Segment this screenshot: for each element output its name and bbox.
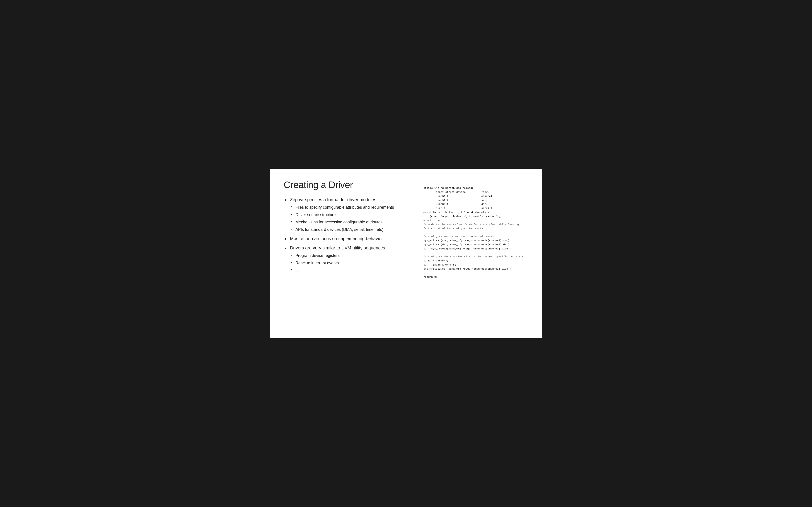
code-block: static int fw_periph_dma_reload( const s… [419, 182, 528, 287]
bullet-1: Zephyr specifies a format for driver mod… [284, 197, 410, 232]
sub-bullet-3-1: Program device registers [290, 253, 410, 259]
sub-bullet-1-3: Mechanisms for accessing configurable at… [290, 219, 410, 225]
sub-bullet-3-3: ... [290, 268, 410, 273]
bullet-2: Most effort can focus on implementing be… [284, 236, 410, 242]
bullet-3: Drivers are very similar to UVM utility … [284, 245, 410, 273]
right-panel: static int fw_periph_dma_reload( const s… [419, 179, 528, 328]
sub-bullet-1-4: APIs for standard devices (DMA, serial, … [290, 227, 410, 232]
sub-bullet-list-1: Files to specify configurable attributes… [290, 205, 410, 232]
sub-bullet-3-2: React to interrupt events [290, 260, 410, 266]
slide: Creating a Driver Zephyr specifies a for… [270, 169, 542, 338]
main-bullet-list: Zephyr specifies a format for driver mod… [284, 197, 410, 276]
slide-title: Creating a Driver [284, 179, 410, 190]
sub-bullet-1-2: Driver source structure [290, 212, 410, 218]
left-panel: Creating a Driver Zephyr specifies a for… [284, 179, 410, 328]
sub-bullet-list-3: Program device registers React to interr… [290, 253, 410, 273]
sub-bullet-1-1: Files to specify configurable attributes… [290, 205, 410, 210]
